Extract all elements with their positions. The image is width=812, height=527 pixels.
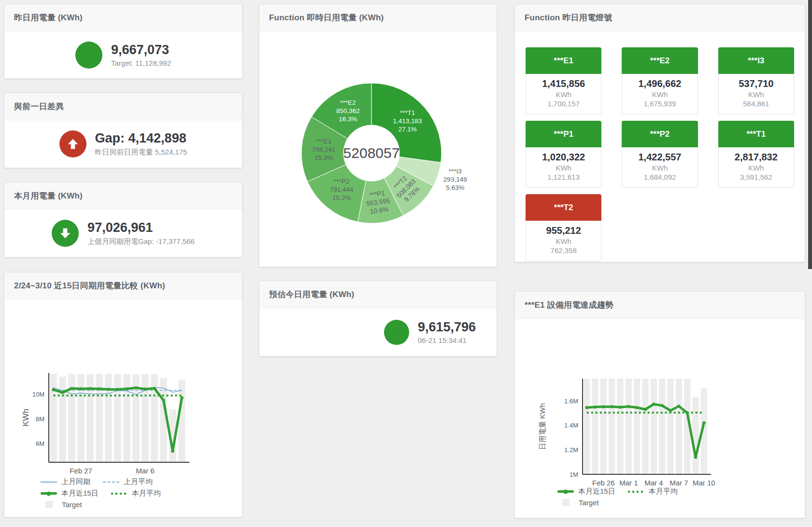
tile-label: ***P2 [622, 121, 698, 147]
tile-unit: KWh [624, 90, 695, 99]
panel-title: 與前一日差異 [14, 101, 64, 112]
tile-unit: KWh [624, 164, 695, 172]
legend-item[interactable]: 本月近15日 [557, 487, 615, 496]
tile-target: 3,591,562 [721, 173, 792, 181]
tile-value: 1,020,322 [528, 152, 599, 163]
tile-target: 1,121,613 [528, 173, 599, 181]
stat-value: 9,615,796 [418, 320, 476, 335]
donut-center-value: 5208057 [343, 145, 400, 161]
panel-e1-trend: ***E1 設備用電達成趨勢 1M1.2M1.4M1.6M日用電量 KWhFeb… [514, 291, 805, 518]
compare-chart: 6M8M10MKWhFeb 27Mar 6 [14, 367, 236, 478]
tile-unit: KWh [528, 237, 599, 245]
svg-text:KWh: KWh [21, 409, 30, 427]
legend-label: 本月平均 [132, 489, 161, 498]
panel-gap-previous-day: 與前一日差異 Gap: 4,142,898 昨日與前日用電量 5,524,175 [4, 93, 242, 168]
tile-label: ***T2 [526, 194, 601, 221]
svg-text:1.2M: 1.2M [564, 446, 578, 454]
legend-swatch-line [103, 482, 119, 483]
tile-target: 1,675,939 [624, 100, 695, 108]
svg-text:Feb 27: Feb 27 [70, 467, 92, 475]
device-tile: ***P21,422,557KWh1,684,092 [622, 121, 698, 188]
compare-chart-legend: 上月同期上月平均本月近15日本月平均Target [41, 477, 161, 509]
legend-item[interactable]: 本月平均 [111, 489, 161, 498]
tile-label: ***I3 [718, 47, 794, 74]
stat-subtitle: 上個月同期用電Gap: -17,377,566 [87, 237, 195, 246]
tile-label: ***P1 [526, 121, 601, 147]
legend-item[interactable]: 上月同期 [41, 477, 90, 486]
svg-text:8M: 8M [36, 415, 44, 423]
stat-value: 9,667,073 [111, 43, 171, 57]
legend-item[interactable]: Target [557, 499, 599, 507]
legend-swatch-line [41, 492, 57, 495]
device-tile: ***E11,415,856KWh1,700,157 [526, 47, 601, 114]
legend-swatch-bar [45, 501, 53, 508]
legend-item[interactable]: 上月平均 [103, 477, 153, 486]
status-circle-icon [75, 42, 102, 69]
legend-item[interactable]: Target [41, 500, 82, 509]
legend-label: 上月同期 [61, 477, 90, 486]
svg-text:Mar 4: Mar 4 [644, 479, 663, 487]
legend-swatch-bar [562, 499, 570, 506]
svg-text:***I3293,1495.63%: ***I3293,1495.63% [443, 168, 467, 191]
panel-estimated-today-usage: 預估今日用電量 (KWh) 9,615,796 06-21 15:34:41 [259, 281, 497, 356]
panel-month-usage: 本月用電量 (KWh) 97,026,961 上個月同期用電Gap: -17,3… [4, 182, 242, 257]
tile-label: ***E2 [622, 47, 698, 74]
legend-label: Target [579, 499, 599, 507]
stat-subtitle: 昨日與前日用電量 5,524,175 [95, 148, 187, 157]
panel-title: 預估今日用電量 (KWh) [269, 289, 354, 300]
device-tiles-grid: ***E11,415,856KWh1,700,157***E21,496,662… [515, 31, 805, 261]
legend-swatch-line [628, 491, 644, 493]
panel-yesterday-status-lights: Function 昨日用電燈號 ***E11,415,856KWh1,700,1… [514, 4, 805, 262]
panel-title: Function 即時日用電量 (KWh) [269, 12, 384, 23]
stat-subtitle: 06-21 15:34:41 [418, 336, 476, 344]
stat-value: Gap: 4,142,898 [95, 131, 187, 146]
svg-text:Feb 26: Feb 26 [592, 479, 615, 487]
device-tile: ***T2955,212KWh762,358 [526, 194, 601, 261]
svg-text:10M: 10M [32, 391, 44, 398]
legend-swatch-line [557, 490, 574, 493]
device-tile: ***T12,817,832KWh3,591,562 [718, 121, 794, 188]
trend-chart: 1M1.2M1.4M1.6M日用電量 KWhFeb 26Mar 1Mar 4Ma… [534, 365, 785, 488]
panel-title: ***E1 設備用電達成趨勢 [525, 299, 613, 311]
tile-target: 762,358 [528, 246, 599, 255]
svg-text:1.4M: 1.4M [564, 422, 578, 429]
tile-unit: KWh [528, 90, 599, 99]
stat-value: 97,026,961 [87, 220, 195, 235]
legend-item[interactable]: 本月平均 [628, 487, 678, 496]
tile-unit: KWh [528, 164, 599, 172]
tile-target: 1,684,092 [624, 173, 695, 181]
legend-swatch-line [111, 493, 128, 495]
tile-label: ***E1 [526, 47, 601, 74]
arrow-up-icon [59, 130, 86, 157]
tile-value: 1,496,662 [624, 78, 695, 89]
panel-15day-comparison: 2/24~3/10 近15日同期用電量比較 (KWh) 6M8M10MKWhFe… [4, 272, 242, 517]
daily-usage-donut: ***T11,413,18327.1%***I3293,1495.63%***T… [259, 31, 498, 267]
scrollbar[interactable] [808, 0, 812, 269]
panel-title: Function 昨日用電燈號 [525, 12, 612, 23]
legend-item[interactable]: 本月近15日 [41, 489, 99, 498]
arrow-down-icon [52, 220, 79, 247]
legend-swatch-line [41, 482, 57, 483]
legend-label: 本月近15日 [578, 487, 615, 496]
tile-unit: KWh [721, 164, 792, 172]
stat-subtitle: Target: 11,128,992 [111, 59, 171, 67]
tile-value: 537,710 [721, 78, 792, 89]
panel-title: 2/24~3/10 近15日同期用電量比較 (KWh) [14, 280, 165, 291]
svg-text:1.6M: 1.6M [564, 398, 578, 405]
tile-target: 584,861 [721, 100, 792, 108]
legend-label: Target [62, 500, 82, 509]
panel-title: 本月用電量 (KWh) [14, 190, 83, 201]
legend-label: 上月平均 [124, 477, 153, 486]
legend-label: 本月近15日 [61, 489, 99, 498]
panel-realtime-daily-usage: Function 即時日用電量 (KWh) ***T11,413,18327.1… [259, 4, 497, 267]
device-tile: ***P11,020,322KWh1,121,613 [526, 121, 601, 188]
panel-yesterday-usage: 昨日用電量 (KWh) 9,667,073 Target: 11,128,992 [4, 4, 242, 79]
svg-text:1M: 1M [570, 471, 578, 478]
tile-unit: KWh [721, 90, 792, 99]
trend-chart-legend: 本月近15日本月平均Target [557, 487, 678, 507]
panel-title: 昨日用電量 (KWh) [14, 12, 83, 23]
legend-label: 本月平均 [649, 487, 678, 496]
status-circle-icon [384, 320, 409, 345]
svg-text:日用電量 KWh: 日用電量 KWh [538, 403, 546, 450]
tile-value: 1,422,557 [624, 152, 695, 163]
